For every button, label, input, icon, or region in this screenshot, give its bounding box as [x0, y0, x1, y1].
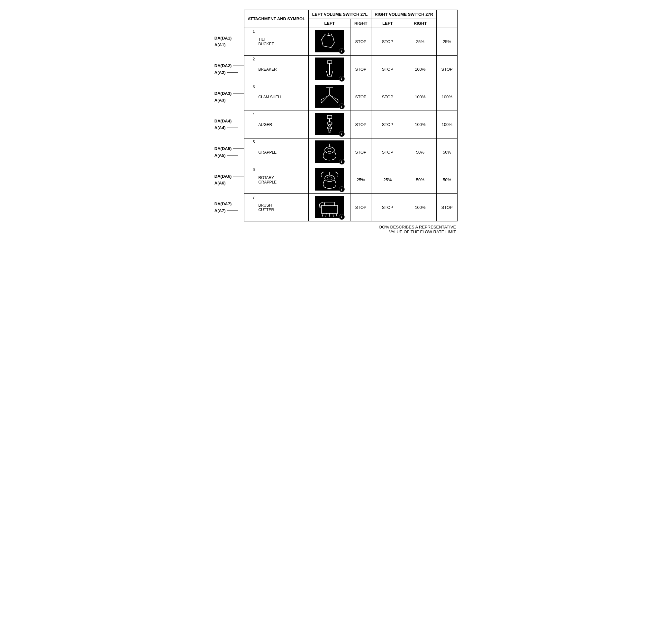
lv-right-header: RIGHT: [351, 19, 371, 28]
main-table: ATTACHMENT AND SYMBOL LEFT VOLUME SWITCH…: [244, 10, 458, 221]
lv-left-val-4: STOP: [351, 111, 371, 139]
label-group-6: DA(DA6)A(A6): [214, 166, 244, 194]
info-badge-1[interactable]: i: [339, 48, 345, 54]
label-da-3: DA(DA3): [214, 91, 244, 96]
label-a-4: A(A4): [214, 125, 244, 130]
label-group-1: DA(DA1)A(A1): [214, 28, 244, 55]
lv-left-val-7: STOP: [351, 194, 371, 221]
attachment-name-1: TILTBUCKET: [256, 28, 309, 56]
label-a-3: A(A3): [214, 98, 244, 102]
row-number-4: 4: [244, 111, 256, 139]
symbol-cell-6[interactable]: i: [309, 166, 351, 194]
row-number-6: 6: [244, 166, 256, 194]
lv-left-header: LEFT: [309, 19, 351, 28]
table-wrapper: DA(DA1)A(A1)DA(DA2)A(A2)DA(DA3)A(A3)DA(D…: [214, 10, 458, 221]
footer-line2: VALUE OF THE FLOW RATE LIMIT: [379, 229, 456, 234]
attachment-symbol-header: ATTACHMENT AND SYMBOL: [244, 10, 309, 28]
label-a-2: A(A2): [214, 70, 244, 75]
rv-left-header: LEFT: [371, 19, 404, 28]
rv-left-val-2: 100%: [404, 56, 437, 83]
attachment-name-7: BRUSHCUTTER: [256, 194, 309, 221]
label-a-1: A(A1): [214, 43, 244, 47]
lv-right-val-1: STOP: [371, 28, 404, 56]
rv-left-val-1: 25%: [404, 28, 437, 56]
outer-container: DA(DA1)A(A1)DA(DA2)A(A2)DA(DA3)A(A3)DA(D…: [214, 10, 458, 234]
left-volume-header: LEFT VOLUME SWITCH 27L: [309, 10, 371, 19]
symbol-cell-3[interactable]: i: [309, 83, 351, 111]
table-row-1: 1TILTBUCKET iSTOPSTOP25%25%: [244, 28, 458, 56]
label-group-2: DA(DA2)A(A2): [214, 55, 244, 83]
info-badge-7[interactable]: i: [339, 214, 345, 220]
footer-line1: OO% DESCRIBES A REPRESENTATIVE: [379, 225, 456, 229]
lv-left-val-3: STOP: [351, 83, 371, 111]
rv-right-header: RIGHT: [404, 19, 437, 28]
label-da-1: DA(DA1): [214, 36, 244, 41]
lv-left-val-5: STOP: [351, 139, 371, 166]
attachment-name-5: GRAPPLE: [256, 139, 309, 166]
rv-right-val-7: STOP: [437, 194, 458, 221]
table-row-5: 5GRAPPLE iSTOPSTOP50%50%: [244, 139, 458, 166]
attachment-name-2: BREAKER: [256, 56, 309, 83]
footer-note: OO% DESCRIBES A REPRESENTATIVE VALUE OF …: [379, 225, 458, 234]
rv-right-val-2: STOP: [437, 56, 458, 83]
table-row-6: 6ROTARYGRAPPLE i25%25%50%50%: [244, 166, 458, 194]
symbol-cell-4[interactable]: i: [309, 111, 351, 139]
row-number-3: 3: [244, 83, 256, 111]
lv-left-val-6: 25%: [351, 166, 371, 194]
label-group-5: DA(DA5)A(A5): [214, 138, 244, 166]
attachment-name-4: AUGER: [256, 111, 309, 139]
symbol-cell-7[interactable]: i: [309, 194, 351, 221]
info-badge-6[interactable]: i: [339, 186, 345, 192]
table-row-4: 4AUGER iSTOPSTOP100%100%: [244, 111, 458, 139]
label-da-7: DA(DA7): [214, 201, 244, 206]
symbol-cell-5[interactable]: i: [309, 139, 351, 166]
info-badge-5[interactable]: i: [339, 159, 345, 165]
attachment-name-6: ROTARYGRAPPLE: [256, 166, 309, 194]
rv-left-val-3: 100%: [404, 83, 437, 111]
rv-right-val-5: 50%: [437, 139, 458, 166]
row-number-2: 2: [244, 56, 256, 83]
label-a-6: A(A6): [214, 181, 244, 185]
row-number-1: 1: [244, 28, 256, 56]
info-badge-3[interactable]: i: [339, 103, 345, 109]
label-a-7: A(A7): [214, 208, 244, 213]
rv-left-val-7: 100%: [404, 194, 437, 221]
lv-left-val-1: STOP: [351, 28, 371, 56]
label-da-4: DA(DA4): [214, 119, 244, 123]
info-badge-2[interactable]: i: [339, 76, 345, 82]
labels-column: DA(DA1)A(A1)DA(DA2)A(A2)DA(DA3)A(A3)DA(D…: [214, 10, 244, 221]
label-da-6: DA(DA6): [214, 174, 244, 179]
rv-left-val-4: 100%: [404, 111, 437, 139]
symbol-cell-2[interactable]: i: [309, 56, 351, 83]
attachment-name-3: CLAM SHELL: [256, 83, 309, 111]
lv-right-val-3: STOP: [371, 83, 404, 111]
label-group-7: DA(DA7)A(A7): [214, 194, 244, 221]
rv-left-val-5: 50%: [404, 139, 437, 166]
rv-right-val-6: 50%: [437, 166, 458, 194]
lv-left-val-2: STOP: [351, 56, 371, 83]
row-number-7: 7: [244, 194, 256, 221]
table-row-3: 3CLAM SHELL iSTOPSTOP100%100%: [244, 83, 458, 111]
rv-right-val-4: 100%: [437, 111, 458, 139]
table-row-2: 2BREAKER iSTOPSTOP100%STOP: [244, 56, 458, 83]
label-a-5: A(A5): [214, 153, 244, 158]
lv-right-val-5: STOP: [371, 139, 404, 166]
symbol-cell-1[interactable]: i: [309, 28, 351, 56]
label-group-4: DA(DA4)A(A4): [214, 110, 244, 138]
info-badge-4[interactable]: i: [339, 131, 345, 137]
rv-right-val-3: 100%: [437, 83, 458, 111]
right-volume-header: RIGHT VOLUME SWITCH 27R: [371, 10, 437, 19]
row-number-5: 5: [244, 139, 256, 166]
label-group-3: DA(DA3)A(A3): [214, 83, 244, 110]
lv-right-val-6: 25%: [371, 166, 404, 194]
label-da-2: DA(DA2): [214, 63, 244, 68]
table-row-7: 7BRUSHCUTTER iSTOPSTOP100%STOP: [244, 194, 458, 221]
label-da-5: DA(DA5): [214, 146, 244, 151]
rv-left-val-6: 50%: [404, 166, 437, 194]
lv-right-val-2: STOP: [371, 56, 404, 83]
lv-right-val-4: STOP: [371, 111, 404, 139]
lv-right-val-7: STOP: [371, 194, 404, 221]
rv-right-val-1: 25%: [437, 28, 458, 56]
